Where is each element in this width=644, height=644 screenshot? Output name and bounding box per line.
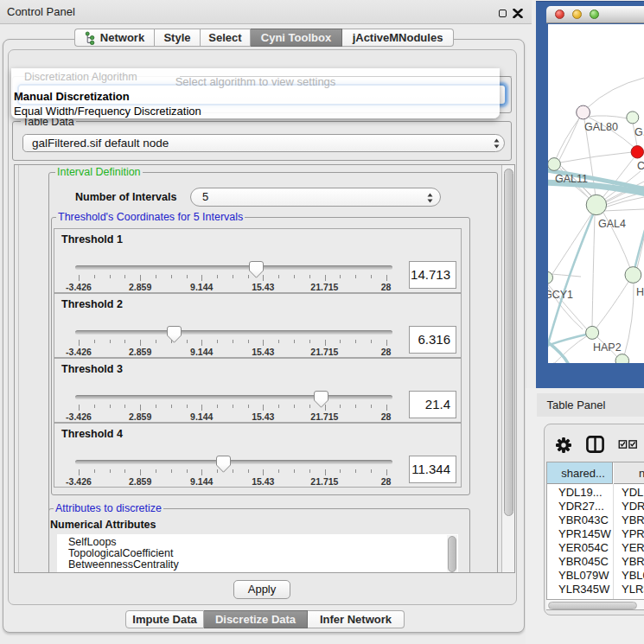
svg-text:GAL80: GAL80 — [584, 121, 618, 133]
svg-text:H: H — [636, 286, 644, 298]
svg-text:GAL4: GAL4 — [598, 218, 626, 230]
svg-text:GCY1: GCY1 — [548, 289, 573, 301]
svg-text:GAL11: GAL11 — [555, 173, 588, 185]
svg-text:G.: G. — [634, 126, 644, 138]
svg-text:HAP2: HAP2 — [593, 341, 622, 354]
svg-text:C: C — [637, 160, 644, 172]
